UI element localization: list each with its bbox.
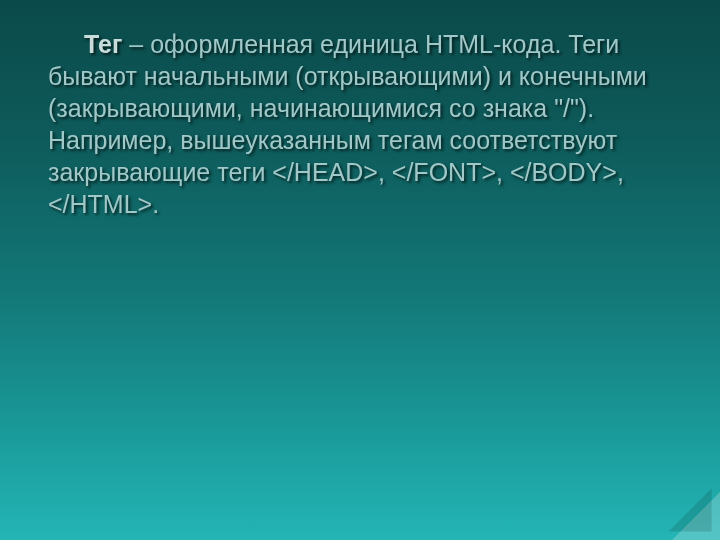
slide-text-block: Тег – оформленная единица HTML-кода. Тег… [48,28,680,220]
term-word: Тег [84,30,122,58]
body-text: – оформленная единица HTML-кода. Теги бы… [48,30,647,218]
page-curl-icon [660,480,720,540]
slide: Тег – оформленная единица HTML-кода. Тег… [0,0,720,540]
